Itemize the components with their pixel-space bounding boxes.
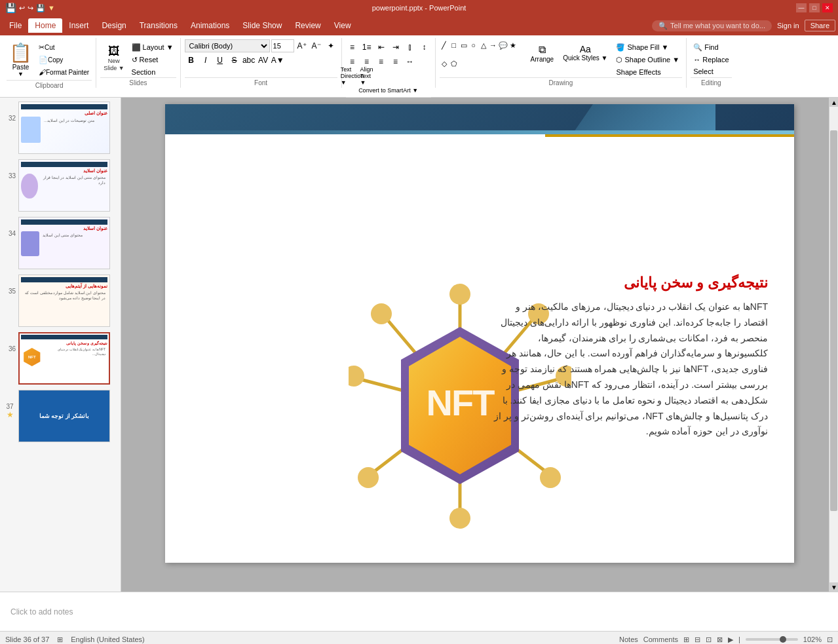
slide-thumb-37[interactable]: 37 ★ باتشکر از توجه شما — [3, 388, 118, 444]
shape-rounded-rect[interactable]: ▭ — [459, 41, 468, 50]
font-color-button[interactable]: A▼ — [271, 54, 284, 67]
shape-diamond[interactable]: ◇ — [440, 60, 449, 69]
notes-area[interactable]: Click to add notes — [0, 592, 838, 631]
view-slide-sorter-button[interactable]: ⊡ — [706, 635, 712, 644]
strikethrough-button[interactable]: S — [228, 54, 241, 67]
slides-group: 🖼 New Slide ▼ ⬛ Layout ▼ ↺ Reset Section… — [96, 38, 180, 88]
slide-thumb-33[interactable]: 33 عنوان اسلاید محتوای متنی این اسلاید د… — [3, 158, 118, 213]
menu-review[interactable]: Review — [288, 18, 327, 33]
shape-effects-button[interactable]: Shape Effects — [613, 67, 682, 77]
shape-pentagon[interactable]: ⬠ — [449, 60, 459, 69]
editing-label: Editing — [691, 77, 731, 86]
minimize-button[interactable]: — — [796, 3, 807, 12]
notes-button[interactable]: Notes — [619, 635, 638, 643]
shape-triangle[interactable]: △ — [479, 41, 488, 50]
layout-button[interactable]: ⬛ Layout ▼ — [129, 42, 176, 53]
shape-callout[interactable]: 💬 — [499, 41, 508, 50]
columns-button[interactable]: ⫿ — [404, 41, 417, 54]
underline-button[interactable]: U — [214, 54, 227, 67]
zoom-slider[interactable] — [746, 638, 798, 641]
format-painter-button[interactable]: 🖌 Format Painter — [36, 67, 92, 77]
slide-thumbnail-34[interactable]: عنوان اسلاید محتوای متنی این اسلاید — [18, 217, 110, 269]
sign-in-button[interactable]: Sign in — [777, 22, 799, 29]
bold-button[interactable]: B — [185, 54, 198, 67]
share-button[interactable]: Share — [805, 20, 835, 31]
slide-thumb-35[interactable]: 35 نمونه‌هایی از آیتم‌هایی محتوای این اس… — [3, 273, 118, 328]
clipboard-label: Clipboard — [7, 80, 92, 89]
slide-show-button[interactable]: ▶ — [728, 635, 733, 644]
menu-view[interactable]: View — [328, 18, 358, 33]
slide-thumb-32[interactable]: 32 عنوان اصلی متن توضیحات در این اسلاید.… — [3, 100, 118, 155]
menu-insert[interactable]: Insert — [62, 18, 95, 33]
copy-button[interactable]: 📄 Copy — [36, 54, 92, 66]
app-title: powerpoint.pptx - PowerPoint — [372, 4, 467, 12]
select-button[interactable]: Select — [691, 66, 731, 77]
font-family-select[interactable]: Calibri (Body) — [185, 39, 270, 52]
arrange-button[interactable]: ⧉ Arrange — [527, 42, 558, 65]
reset-button[interactable]: ↺ Reset — [129, 54, 176, 66]
align-right-button[interactable]: ≡ — [375, 55, 388, 68]
menu-home[interactable]: Home — [28, 18, 62, 33]
vertical-scrollbar[interactable]: ▲ ▼ — [829, 98, 838, 592]
slide-thumbnail-32[interactable]: عنوان اصلی متن توضیحات در این اسلاید... — [18, 102, 110, 154]
align-text-btn[interactable]: Align Text ▼ — [360, 69, 373, 83]
font-size-input[interactable] — [271, 39, 294, 52]
svg-point-13 — [349, 366, 364, 387]
svg-point-9 — [449, 508, 470, 529]
shape-arrow[interactable]: → — [489, 41, 498, 50]
slide-thumbnail-36-active[interactable]: NFT نتیجه‌گیری و سخن پایانی NFTها به عنو… — [18, 332, 110, 385]
slide-text-area[interactable]: نتیجه‌گیری و سخن پایانی NFTها به عنوان ی… — [493, 275, 768, 440]
bullets-button[interactable]: ≡ — [346, 41, 359, 54]
menu-file[interactable]: File — [3, 18, 28, 33]
clear-format-button[interactable]: ✦ — [324, 39, 337, 52]
slide-thumbnail-35[interactable]: نمونه‌هایی از آیتم‌هایی محتوای این اسلای… — [18, 275, 110, 327]
menu-design[interactable]: Design — [95, 18, 132, 33]
font-decrease-button[interactable]: A⁻ — [310, 39, 323, 52]
view-reading-button[interactable]: ⊠ — [717, 635, 723, 644]
comments-button[interactable]: Comments — [643, 635, 678, 643]
quick-styles-button[interactable]: Aa Quick Styles ▼ — [560, 42, 611, 64]
find-button[interactable]: 🔍 Find — [691, 42, 731, 53]
slide-thumb-34[interactable]: 34 عنوان اسلاید محتوای متنی این اسلاید — [3, 216, 118, 271]
convert-smartart-button[interactable]: Convert to SmartArt ▼ — [346, 84, 431, 97]
zoom-fit-button[interactable]: ⊡ — [827, 635, 833, 644]
shape-fill-button[interactable]: 🪣 Shape Fill ▼ — [613, 42, 682, 53]
maximize-button[interactable]: □ — [809, 3, 820, 12]
shape-rect[interactable]: □ — [449, 41, 459, 50]
notes-placeholder[interactable]: Click to add notes — [10, 607, 73, 616]
search-box[interactable]: Tell me what you want to do... — [670, 22, 765, 29]
shape-outline-button[interactable]: ⬡ Shape Outline ▼ — [613, 54, 682, 66]
line-spacing-button[interactable]: ↕ — [418, 41, 431, 54]
replace-button[interactable]: ↔ Replace — [691, 54, 731, 65]
slide-accent-line — [545, 134, 794, 137]
slide-canvas[interactable]: NFT نتیجه‌گ — [165, 104, 794, 563]
italic-button[interactable]: I — [199, 54, 212, 67]
text-shadow-button[interactable]: abc — [242, 54, 256, 67]
numbering-button[interactable]: 1≡ — [360, 41, 373, 54]
slide-thumbnail-37[interactable]: باتشکر از توجه شما — [18, 390, 110, 442]
menu-animations[interactable]: Animations — [184, 18, 236, 33]
zoom-level[interactable]: 102% — [803, 635, 822, 643]
paste-button[interactable]: 📋 Paste ▼ — [7, 39, 35, 80]
char-spacing-button[interactable]: AV — [257, 54, 270, 67]
close-button[interactable]: ✕ — [822, 3, 833, 12]
svg-point-1 — [449, 284, 470, 305]
indent-increase-button[interactable]: ⇥ — [389, 41, 402, 54]
font-increase-button[interactable]: A⁺ — [295, 39, 309, 52]
shape-star[interactable]: ★ — [508, 41, 518, 50]
slide-thumb-36[interactable]: 36 NFT نتیجه‌گیری و سخن پایانی NFTها به … — [3, 331, 118, 386]
cut-button[interactable]: ✂ Cut — [36, 42, 92, 53]
justify-button[interactable]: ≡ — [389, 55, 402, 68]
text-direction-btn[interactable]: Text Direction ▼ — [346, 69, 359, 83]
slide-thumbnail-33[interactable]: عنوان اسلاید محتوای متنی این اسلاید در ا… — [18, 159, 110, 212]
section-button[interactable]: Section — [129, 67, 176, 77]
indent-decrease-button[interactable]: ⇤ — [375, 41, 388, 54]
menu-slideshow[interactable]: Slide Show — [236, 18, 288, 33]
new-slide-button[interactable]: 🖼 New Slide ▼ — [100, 43, 127, 73]
text-direction-button[interactable]: ↔ — [404, 55, 417, 68]
view-outline-button[interactable]: ⊟ — [695, 635, 700, 644]
menu-transitions[interactable]: Transitions — [133, 18, 184, 33]
view-normal-button[interactable]: ⊞ — [683, 635, 689, 644]
shape-line[interactable]: ╱ — [440, 41, 449, 50]
shape-oval[interactable]: ○ — [469, 41, 478, 50]
